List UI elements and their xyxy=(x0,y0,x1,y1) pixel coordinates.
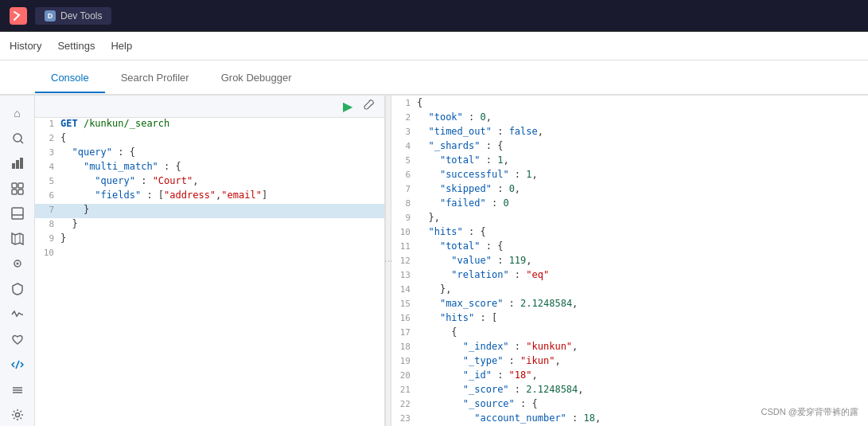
visualize-icon[interactable] xyxy=(5,152,30,174)
output-text: "failed" : 0 xyxy=(417,197,509,209)
output-panel: 1{2 "took" : 0,3 "timed_out" : false,4 "… xyxy=(391,96,868,426)
line-number: 9 xyxy=(38,233,60,244)
svg-rect-7 xyxy=(12,190,17,194)
kibana-logo xyxy=(10,7,27,25)
output-text: "took" : 0, xyxy=(417,111,492,123)
tab-dot: D xyxy=(45,10,56,21)
output-text: "_score" : 2.1248584, xyxy=(417,384,584,395)
svg-line-16 xyxy=(16,361,19,369)
output-line: 6 "successful" : 1, xyxy=(391,169,868,183)
output-line-number: 22 xyxy=(395,398,417,409)
output-text: { xyxy=(417,97,422,108)
output-line: 12 "value" : 119, xyxy=(391,255,868,269)
output-line: 14 }, xyxy=(391,283,868,298)
menu-help[interactable]: Help xyxy=(111,40,132,52)
output-line-number: 4 xyxy=(395,140,417,151)
dev-tools-icon[interactable] xyxy=(5,354,30,376)
stack-icon[interactable] xyxy=(5,379,30,401)
line-number: 2 xyxy=(38,132,60,143)
output-text: "timed_out" : false, xyxy=(417,126,543,137)
output-text: "_index" : "kunkun", xyxy=(417,341,578,352)
line-number: 6 xyxy=(38,190,60,201)
editor-panel: ▶ 1GET /kunkun/_search2{3 "query" : {4 "… xyxy=(35,96,385,426)
output-line: 7 "skipped" : 0, xyxy=(391,183,868,197)
output-text: { xyxy=(417,326,457,338)
output-line: 10 "hits" : { xyxy=(391,226,868,240)
menu-settings[interactable]: Settings xyxy=(57,40,95,52)
output-line-number: 12 xyxy=(395,255,417,266)
output-line: 2 "took" : 0, xyxy=(391,111,868,126)
wrench-button[interactable] xyxy=(360,98,378,115)
svg-rect-8 xyxy=(18,190,23,194)
output-text: "relation" : "eq" xyxy=(417,269,549,280)
editor-line: 6 "fields" : ["address","email"] xyxy=(35,190,384,204)
settings-icon[interactable] xyxy=(5,404,30,426)
line-number: 10 xyxy=(38,247,60,258)
siem-icon[interactable] xyxy=(5,278,30,300)
tab-console[interactable]: Console xyxy=(35,64,105,93)
output-text: "skipped" : 0, xyxy=(417,183,520,194)
devtools-tab[interactable]: D Dev Tools xyxy=(35,7,111,25)
panel-divider[interactable]: ⋮ xyxy=(385,96,391,426)
menu-history[interactable]: History xyxy=(10,40,41,52)
output-line: 13 "relation" : "eq" xyxy=(391,269,868,283)
output-text: "max_score" : 2.1248584, xyxy=(417,298,578,309)
output-line: 11 "total" : { xyxy=(391,240,868,255)
output-text: "account_number" : 18, xyxy=(417,412,601,424)
output-line: 8 "failed" : 0 xyxy=(391,197,868,212)
line-number: 5 xyxy=(38,175,60,186)
output-text: "total" : { xyxy=(417,240,503,252)
svg-point-15 xyxy=(16,263,18,265)
code-text: } xyxy=(60,218,78,229)
output-line-number: 16 xyxy=(395,312,417,323)
output-line-number: 17 xyxy=(395,326,417,338)
output-line-number: 18 xyxy=(395,341,417,352)
line-number: 4 xyxy=(38,161,60,172)
output-line: 20 "_id" : "18", xyxy=(391,369,868,384)
main-content: ⌂ xyxy=(0,96,868,426)
dashboard-icon[interactable] xyxy=(5,178,30,200)
svg-rect-4 xyxy=(20,158,23,169)
svg-rect-2 xyxy=(12,163,15,169)
output-line-number: 21 xyxy=(395,384,417,395)
output-line-number: 5 xyxy=(395,154,417,166)
ml-icon[interactable] xyxy=(5,253,30,276)
editor-line: 1GET /kunkun/_search xyxy=(35,118,384,132)
output-text: "total" : 1, xyxy=(417,154,509,166)
output-line-number: 13 xyxy=(395,269,417,280)
editor-line: 5 "query" : "Court", xyxy=(35,175,384,190)
code-text: "fields" : ["address","email"] xyxy=(60,190,267,201)
code-text: } xyxy=(60,233,66,244)
line-number: 3 xyxy=(38,147,60,158)
output-line-number: 7 xyxy=(395,183,417,194)
svg-rect-6 xyxy=(18,183,23,188)
canvas-icon[interactable] xyxy=(5,202,30,225)
apm-icon[interactable] xyxy=(5,303,30,326)
maps-icon[interactable] xyxy=(5,228,30,250)
output-line: 9 }, xyxy=(391,212,868,226)
output-line: 5 "total" : 1, xyxy=(391,154,868,169)
output-text: "value" : 119, xyxy=(417,255,532,266)
home-icon[interactable]: ⌂ xyxy=(5,102,30,124)
line-number: 8 xyxy=(38,218,60,229)
tab-search-profiler[interactable]: Search Profiler xyxy=(105,64,205,93)
output-line: 16 "hits" : [ xyxy=(391,312,868,326)
svg-rect-9 xyxy=(12,208,23,219)
output-text: }, xyxy=(417,283,451,295)
uptime-icon[interactable] xyxy=(5,328,30,350)
output-line-number: 8 xyxy=(395,197,417,209)
svg-line-1 xyxy=(21,141,23,143)
output-line-number: 23 xyxy=(395,412,417,424)
code-text: "query" : "Court", xyxy=(60,175,198,186)
editor-line: 7 } xyxy=(35,204,384,218)
output-line-number: 3 xyxy=(395,126,417,137)
output-line: 21 "_score" : 2.1248584, xyxy=(391,384,868,398)
svg-point-20 xyxy=(15,413,19,417)
discover-icon[interactable] xyxy=(5,127,30,150)
editor-content[interactable]: 1GET /kunkun/_search2{3 "query" : {4 "mu… xyxy=(35,118,384,426)
run-button[interactable]: ▶ xyxy=(340,97,356,115)
code-text: } xyxy=(60,204,89,215)
editor-line: 2{ xyxy=(35,132,384,147)
tab-grok-debugger[interactable]: Grok Debugger xyxy=(205,64,308,93)
output-line-number: 20 xyxy=(395,369,417,381)
